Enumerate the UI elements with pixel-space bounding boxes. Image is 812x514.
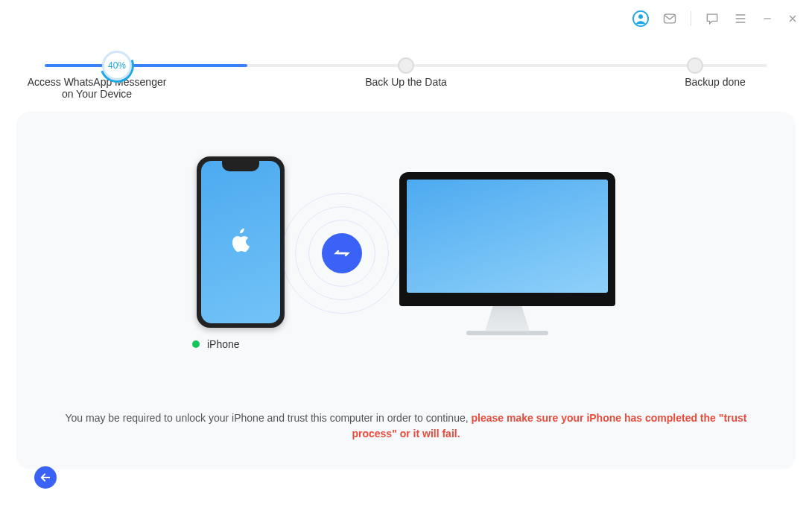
feedback-icon[interactable] (705, 11, 720, 26)
computer-illustration (399, 172, 615, 335)
device-name: iPhone (207, 338, 240, 350)
step-label-2: Back Up the Data (332, 76, 480, 100)
step-node-2 (398, 57, 414, 74)
step-label-3: Backup done (641, 76, 790, 100)
transfer-icon (322, 233, 362, 273)
account-icon[interactable] (632, 10, 649, 27)
separator (691, 11, 691, 26)
status-dot (192, 340, 200, 348)
back-button[interactable] (34, 466, 57, 489)
progress-fill (45, 64, 247, 67)
content-card: iPhone You may be required to unlock you… (16, 112, 796, 469)
step-label-1: Access WhatsApp Messengeron Your Device (22, 76, 171, 100)
minimize-button[interactable] (761, 13, 773, 25)
step-node-3 (687, 57, 703, 74)
menu-icon[interactable] (733, 11, 748, 26)
apple-logo-icon (227, 226, 254, 258)
hint-text: You may be required to unlock your iPhon… (16, 410, 796, 442)
phone-illustration (197, 156, 285, 328)
progress-bar: 40% Access WhatsApp Messengeron Your Dev… (0, 37, 812, 100)
svg-point-1 (638, 14, 643, 19)
mail-icon[interactable] (662, 11, 677, 26)
progress-percent: 40% (108, 60, 126, 71)
close-button[interactable] (787, 13, 799, 25)
